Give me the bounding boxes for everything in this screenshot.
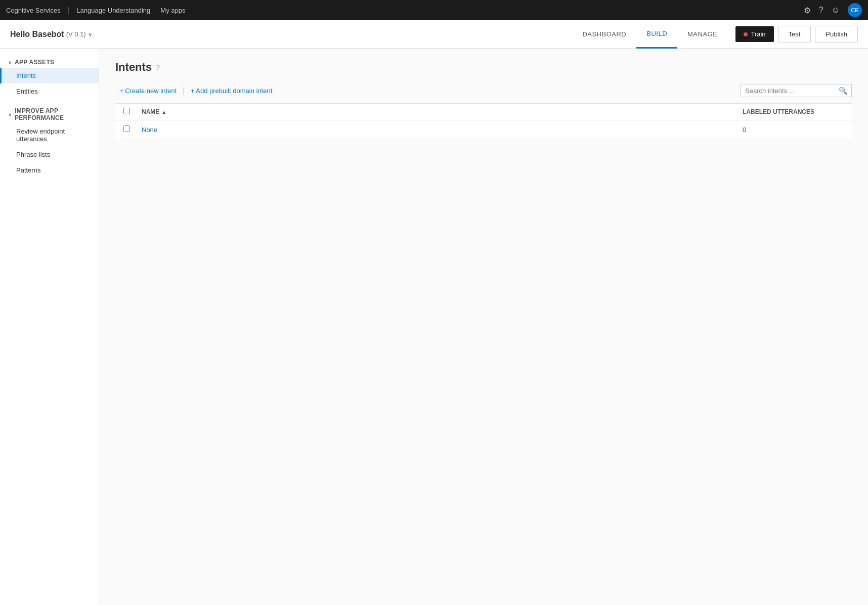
- nav-dashboard[interactable]: DASHBOARD: [572, 20, 636, 49]
- publish-button[interactable]: Publish: [815, 26, 858, 42]
- table-header: Name ▲ Labeled Utterances: [115, 104, 852, 120]
- sidebar-item-review[interactable]: Review endpoint utterances: [0, 123, 99, 147]
- train-label: Train: [751, 30, 765, 38]
- train-dot: [744, 32, 748, 36]
- nav-manage[interactable]: MANAGE: [677, 20, 727, 49]
- col-utterances-header: Labeled Utterances: [743, 108, 844, 115]
- row-utterances: 0: [743, 126, 844, 134]
- select-all-checkbox[interactable]: [123, 108, 130, 114]
- app-assets-chevron: ∨: [8, 60, 12, 65]
- table-row: None 0: [115, 120, 852, 139]
- create-intent-button[interactable]: + Create new intent: [115, 85, 181, 97]
- settings-icon[interactable]: ⚙: [804, 6, 811, 15]
- row-checkbox[interactable]: [123, 125, 130, 132]
- sidebar-item-patterns[interactable]: Patterns: [0, 162, 99, 178]
- app-assets-label: App Assets: [15, 59, 54, 66]
- topbar: Cognitive Services | Language Understand…: [0, 0, 868, 20]
- topbar-app: Language Understanding: [76, 7, 150, 14]
- smiley-icon[interactable]: ☺: [832, 6, 840, 15]
- sidebar-item-phrase-lists[interactable]: Phrase lists: [0, 147, 99, 162]
- col-name-label: Name: [142, 108, 159, 115]
- layout: ∨ App Assets Intents Entities ∨ Improve …: [0, 49, 868, 605]
- header: Hello Basebot (V 0.1) ∨ DASHBOARD BUILD …: [0, 20, 868, 49]
- topbar-brand: Cognitive Services: [6, 7, 61, 14]
- sidebar-section-improve[interactable]: ∨ Improve app performance: [0, 103, 99, 123]
- sidebar-item-intents[interactable]: Intents: [0, 68, 99, 83]
- sidebar-section-app-assets[interactable]: ∨ App Assets: [0, 55, 99, 68]
- row-check: [123, 125, 142, 134]
- add-prebuilt-button[interactable]: + Add prebuilt domain intent: [187, 85, 277, 97]
- col-utterances-label: Labeled Utterances: [743, 108, 814, 115]
- page-title-help-icon[interactable]: ?: [156, 63, 160, 71]
- toolbar-separator: |: [183, 87, 185, 95]
- improve-chevron: ∨: [8, 112, 12, 117]
- app-name: Hello Basebot: [10, 30, 64, 39]
- intent-link[interactable]: None: [142, 126, 157, 134]
- avatar[interactable]: CE: [848, 3, 862, 17]
- improve-label: Improve app performance: [15, 107, 91, 121]
- app-version: (V 0.1): [66, 30, 86, 38]
- toolbar: + Create new intent | + Add prebuilt dom…: [115, 84, 852, 104]
- topbar-icons: ⚙ ? ☺ CE: [804, 3, 862, 17]
- col-check-header: [123, 108, 142, 116]
- page-title-row: Intents ?: [115, 61, 852, 74]
- help-icon[interactable]: ?: [819, 6, 823, 15]
- train-button[interactable]: Train: [735, 26, 773, 42]
- page-title: Intents: [115, 61, 152, 74]
- row-name: None: [142, 126, 743, 134]
- sidebar: ∨ App Assets Intents Entities ∨ Improve …: [0, 49, 99, 605]
- header-nav: DASHBOARD BUILD MANAGE Train Test Publis…: [572, 20, 858, 49]
- search-input[interactable]: [745, 87, 837, 95]
- app-version-chevron[interactable]: ∨: [88, 31, 93, 38]
- search-icon: 🔍: [839, 87, 847, 95]
- topbar-myapps[interactable]: My apps: [160, 7, 185, 14]
- sidebar-item-entities[interactable]: Entities: [0, 83, 99, 99]
- col-name-header[interactable]: Name ▲: [142, 108, 743, 115]
- col-name-sort-icon: ▲: [161, 109, 166, 115]
- search-box: 🔍: [741, 84, 852, 97]
- topbar-divider: |: [68, 6, 70, 14]
- main-content: Intents ? + Create new intent | + Add pr…: [99, 49, 868, 605]
- nav-build[interactable]: BUILD: [636, 20, 677, 49]
- test-button[interactable]: Test: [778, 26, 811, 42]
